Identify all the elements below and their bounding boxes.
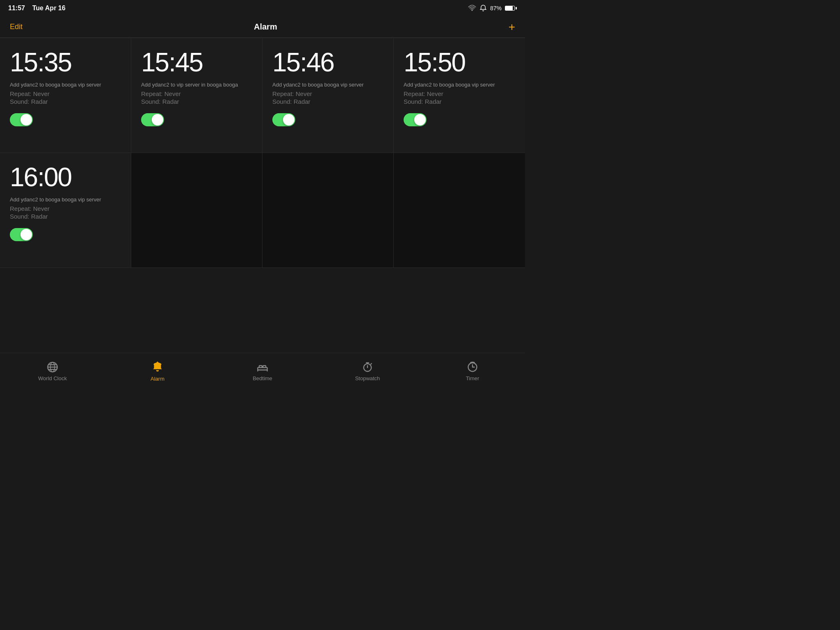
alarm-time: 15:35 — [10, 48, 121, 77]
alarm-sound: Sound: Radar — [10, 98, 121, 105]
alarm-icon — [151, 361, 164, 373]
alarm-card[interactable]: 15:45 Add ydanc2 to vip server in booga … — [131, 38, 262, 153]
alarm-repeat: Repeat: Never — [272, 90, 383, 97]
alarm-card[interactable]: 15:35 Add ydanc2 to booga booga vip serv… — [0, 38, 131, 153]
svg-rect-10 — [259, 366, 262, 368]
toggle-knob — [283, 114, 294, 126]
tab-stopwatch[interactable]: Stopwatch — [347, 361, 388, 381]
tab-timer-label: Timer — [466, 375, 479, 381]
alarm-repeat: Repeat: Never — [141, 90, 252, 97]
svg-rect-11 — [263, 366, 266, 368]
svg-line-18 — [371, 363, 372, 364]
alarm-sound: Sound: Radar — [141, 98, 252, 105]
alarm-label: Add ydanc2 to booga booga vip server — [404, 82, 515, 88]
alarm-toggle[interactable] — [141, 113, 164, 126]
svg-point-0 — [472, 9, 473, 11]
tab-world-clock[interactable]: World Clock — [32, 361, 73, 381]
header-bar: Edit Alarm + — [0, 16, 525, 38]
tab-world-clock-label: World Clock — [38, 375, 67, 381]
alarm-time: 15:46 — [272, 48, 383, 77]
status-time-date: 11:57 Tue Apr 16 — [8, 5, 66, 12]
tab-bar: World Clock Alarm Bedtime — [0, 353, 525, 394]
tab-alarm-label: Alarm — [151, 376, 164, 382]
toggle-knob — [21, 114, 32, 126]
alarm-toggle[interactable] — [10, 228, 33, 241]
alarm-sound: Sound: Radar — [404, 98, 515, 105]
tab-bedtime-label: Bedtime — [253, 375, 272, 381]
alarm-card[interactable]: 16:00 Add ydanc2 to booga booga vip serv… — [0, 153, 131, 268]
tab-bedtime[interactable]: Bedtime — [242, 361, 283, 381]
toggle-knob — [152, 114, 163, 126]
toggle-knob — [414, 114, 426, 126]
stopwatch-icon — [362, 361, 373, 373]
alarm-toggle[interactable] — [404, 113, 427, 126]
bedtime-icon — [256, 361, 269, 373]
alarm-card-empty — [394, 153, 525, 268]
timer-icon — [467, 361, 478, 373]
add-alarm-button[interactable]: + — [509, 21, 515, 33]
alarm-sound: Sound: Radar — [272, 98, 383, 105]
alarm-label: Add ydanc2 to booga booga vip server — [272, 82, 383, 88]
alarm-label: Add ydanc2 to booga booga vip server — [10, 82, 121, 88]
alarm-repeat: Repeat: Never — [10, 205, 121, 212]
alarm-repeat: Repeat: Never — [10, 90, 121, 97]
tab-alarm[interactable]: Alarm — [137, 361, 178, 382]
status-time: 11:57 — [8, 5, 25, 11]
page-title: Alarm — [254, 22, 277, 32]
alarm-sound: Sound: Radar — [10, 213, 121, 220]
status-right-icons: 87% — [468, 4, 517, 12]
alarm-time: 15:45 — [141, 48, 252, 77]
tab-timer[interactable]: Timer — [452, 361, 493, 381]
alarm-status-icon — [479, 5, 487, 12]
tab-stopwatch-label: Stopwatch — [355, 375, 380, 381]
battery-percentage: 87% — [490, 5, 502, 11]
toggle-knob — [21, 229, 32, 240]
alarm-toggle[interactable] — [10, 113, 33, 126]
alarm-time: 16:00 — [10, 163, 121, 192]
svg-point-8 — [157, 362, 158, 363]
edit-button[interactable]: Edit — [10, 23, 23, 31]
alarm-label: Add ydanc2 to vip server in booga booga — [141, 82, 252, 88]
world-clock-icon — [47, 361, 58, 373]
alarm-card-empty — [131, 153, 262, 268]
alarm-time: 15:50 — [404, 48, 515, 77]
alarm-card[interactable]: 15:50 Add ydanc2 to booga booga vip serv… — [394, 38, 525, 153]
alarm-label: Add ydanc2 to booga booga vip server — [10, 196, 121, 203]
alarm-card[interactable]: 15:46 Add ydanc2 to booga booga vip serv… — [262, 38, 394, 153]
alarm-card-empty — [262, 153, 394, 268]
status-date: Tue Apr 16 — [32, 5, 66, 11]
status-bar: 11:57 Tue Apr 16 87% — [0, 0, 525, 16]
alarm-grid: 15:35 Add ydanc2 to booga booga vip serv… — [0, 38, 525, 268]
alarm-repeat: Repeat: Never — [404, 90, 515, 97]
battery-icon — [505, 6, 517, 11]
alarm-toggle[interactable] — [272, 113, 295, 126]
wifi-icon — [468, 4, 476, 12]
